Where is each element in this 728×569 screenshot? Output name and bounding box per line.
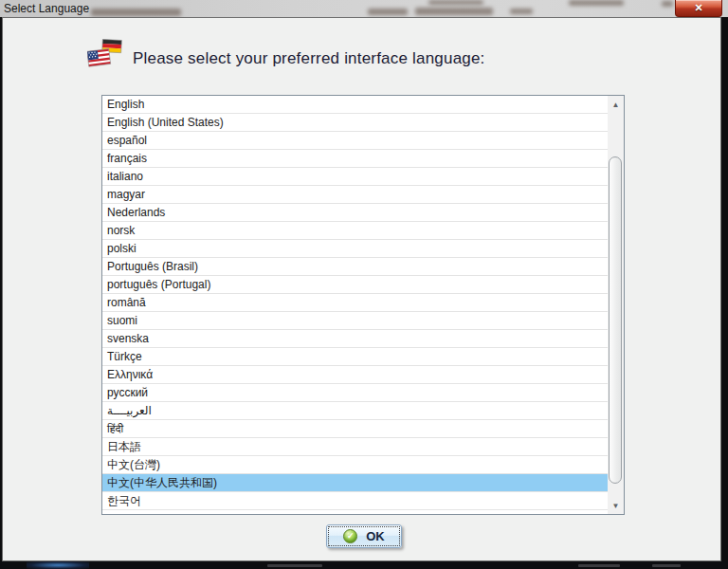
list-item[interactable]: magyar bbox=[102, 186, 608, 204]
blurred-background-text bbox=[510, 9, 533, 14]
language-listbox[interactable]: EnglishEnglish (United States)españolfra… bbox=[101, 95, 625, 515]
list-item[interactable]: italiano bbox=[102, 168, 608, 186]
list-item[interactable]: español bbox=[102, 132, 608, 150]
us-german-flags-icon bbox=[87, 39, 123, 69]
list-item[interactable]: русский bbox=[102, 384, 608, 402]
ok-button-label: OK bbox=[366, 529, 385, 543]
list-item[interactable]: हिंदी bbox=[102, 420, 608, 438]
background-window-strip: Select Language bbox=[0, 0, 728, 17]
blurred-background-text bbox=[428, 0, 483, 5]
close-icon: ✕ bbox=[694, 3, 702, 13]
scrollbar-thumb[interactable] bbox=[609, 156, 622, 484]
window-title: Select Language bbox=[4, 2, 89, 15]
green-check-icon: ✓ bbox=[343, 529, 357, 543]
list-item[interactable]: Türkçe bbox=[102, 348, 608, 366]
blurred-background-text bbox=[368, 9, 408, 15]
list-item[interactable]: العربيــــة bbox=[102, 402, 608, 420]
taskbar-artifact bbox=[578, 564, 620, 567]
ok-button[interactable]: ✓ OK bbox=[326, 524, 402, 548]
list-item[interactable]: norsk bbox=[102, 222, 608, 240]
taskbar-glow bbox=[27, 561, 89, 569]
us-flag bbox=[87, 48, 111, 66]
scroll-down-icon[interactable]: ▼ bbox=[608, 498, 624, 513]
blurred-background-text bbox=[569, 0, 624, 6]
blurred-background-text bbox=[415, 8, 493, 15]
taskbar-artifact bbox=[652, 564, 681, 567]
list-item[interactable]: français bbox=[102, 150, 608, 168]
list-item[interactable]: português (Portugal) bbox=[102, 276, 608, 294]
close-button[interactable]: ✕ bbox=[675, 0, 722, 17]
list-item[interactable]: Nederlands bbox=[102, 204, 608, 222]
list-item[interactable]: 한국어 bbox=[102, 492, 608, 510]
list-item[interactable]: suomi bbox=[102, 312, 608, 330]
language-list: EnglishEnglish (United States)españolfra… bbox=[102, 96, 608, 514]
list-item[interactable]: polski bbox=[102, 240, 608, 258]
scrollbar[interactable]: ▲ ▼ bbox=[608, 96, 624, 514]
prompt-text: Please select your preferred interface l… bbox=[133, 49, 485, 68]
list-item[interactable]: 日本語 bbox=[102, 438, 608, 456]
list-item[interactable]: English (United States) bbox=[102, 114, 608, 132]
taskbar-edge bbox=[0, 561, 728, 569]
scroll-up-icon[interactable]: ▲ bbox=[608, 97, 624, 112]
taskbar-artifact bbox=[267, 564, 322, 567]
blurred-background-text bbox=[91, 9, 181, 16]
list-item[interactable]: English bbox=[102, 96, 608, 114]
list-item[interactable]: română bbox=[102, 294, 608, 312]
list-item[interactable]: 中文(台灣) bbox=[102, 456, 608, 474]
blurred-background-text bbox=[662, 1, 673, 7]
list-item[interactable]: Ελληνικά bbox=[102, 366, 608, 384]
list-item[interactable]: svenska bbox=[102, 330, 608, 348]
list-item[interactable]: Português (Brasil) bbox=[102, 258, 608, 276]
list-item[interactable]: 中文(中华人民共和国) bbox=[102, 474, 608, 492]
